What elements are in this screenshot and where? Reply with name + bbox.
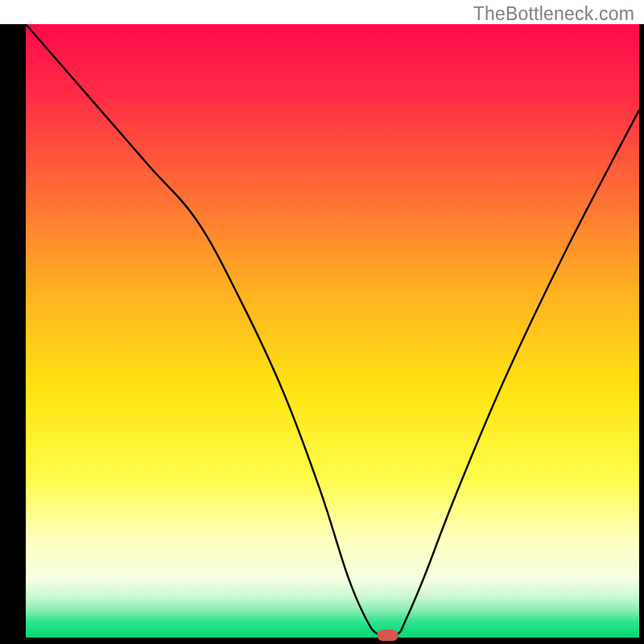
svg-rect-0: [26, 24, 639, 638]
attribution-text: TheBottleneck.com: [473, 3, 634, 25]
svg-rect-4: [378, 630, 398, 641]
chart-svg: [0, 24, 644, 644]
bottleneck-plot: [0, 24, 644, 644]
svg-rect-2: [639, 24, 644, 644]
svg-rect-1: [0, 24, 26, 644]
chart-container: TheBottleneck.com: [0, 0, 644, 644]
svg-rect-3: [0, 638, 644, 644]
